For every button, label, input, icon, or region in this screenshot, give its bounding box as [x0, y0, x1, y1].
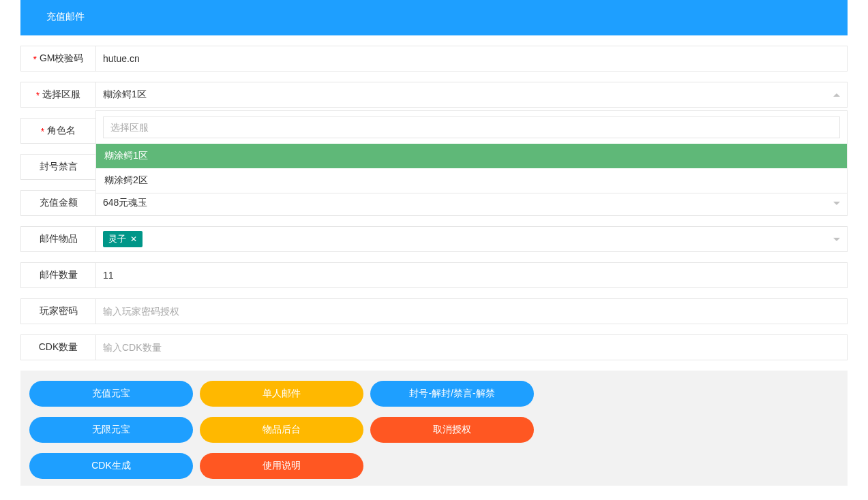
button-row-3: CDK生成 使用说明	[29, 453, 839, 479]
label-recharge: 充值金额	[20, 190, 95, 216]
row-gm-code: GM校验码	[20, 46, 848, 72]
input-wrap-cdk-qty[interactable]	[95, 334, 848, 360]
dropdown-option-2[interactable]: 糊涂鳄2区	[96, 168, 847, 193]
label-server: 选择区服	[20, 82, 95, 108]
input-player-pwd[interactable]	[103, 300, 840, 323]
btn-cdk-generate[interactable]: CDK生成	[29, 453, 193, 479]
caret-down-icon	[833, 202, 840, 205]
row-server: 选择区服 糊涂鳄1区 糊涂鳄1区 糊涂鳄2区	[20, 82, 848, 108]
btn-ban-unban[interactable]: 封号-解封/禁言-解禁	[370, 381, 534, 407]
btn-recharge-yuanbao[interactable]: 充值元宝	[29, 381, 193, 407]
header-bar: 充值邮件	[20, 0, 848, 35]
label-role: 角色名	[20, 118, 95, 144]
btn-cancel-auth[interactable]: 取消授权	[370, 417, 534, 443]
row-cdk-qty: CDK数量	[20, 334, 848, 360]
label-mail-qty: 邮件数量	[20, 262, 95, 288]
button-section: 充值元宝 单人邮件 封号-解封/禁言-解禁 无限元宝 物品后台 取消授权 CDK…	[20, 371, 848, 486]
label-player-pwd: 玩家密码	[20, 298, 95, 324]
row-mail-qty: 邮件数量	[20, 262, 848, 288]
close-icon[interactable]: ✕	[130, 235, 137, 243]
row-mail-item: 邮件物品 灵子 ✕	[20, 226, 848, 252]
select-recharge[interactable]: 648元魂玉	[95, 190, 848, 216]
tag-mail-item: 灵子 ✕	[103, 231, 143, 247]
row-player-pwd: 玩家密码	[20, 298, 848, 324]
input-wrap-player-pwd[interactable]	[95, 298, 848, 324]
select-server-value: 糊涂鳄1区	[103, 89, 828, 101]
caret-down-icon	[833, 238, 840, 241]
dropdown-search-wrap	[96, 111, 847, 144]
input-mail-qty[interactable]	[103, 264, 840, 287]
header-title: 充值邮件	[46, 11, 85, 22]
dropdown-option-1[interactable]: 糊涂鳄1区	[96, 144, 847, 168]
select-server[interactable]: 糊涂鳄1区	[95, 82, 848, 108]
select-mail-item[interactable]: 灵子 ✕	[95, 226, 848, 252]
input-cdk-qty[interactable]	[103, 336, 840, 359]
select-recharge-value: 648元魂玉	[103, 197, 828, 209]
label-gm-code: GM校验码	[20, 46, 95, 72]
input-gm-code[interactable]	[103, 47, 840, 70]
label-cdk-qty: CDK数量	[20, 334, 95, 360]
btn-usage-info[interactable]: 使用说明	[200, 453, 363, 479]
caret-up-icon	[833, 93, 840, 97]
tag-text: 灵子	[108, 233, 126, 245]
btn-unlimited-yuanbao[interactable]: 无限元宝	[29, 417, 193, 443]
input-wrap-gm-code[interactable]	[95, 46, 848, 72]
dropdown-server: 糊涂鳄1区 糊涂鳄2区	[95, 110, 848, 193]
row-recharge: 充值金额 648元魂玉	[20, 190, 848, 216]
form-container: 充值邮件 GM校验码 选择区服 糊涂鳄1区 糊涂鳄1区 糊涂鳄2区 角色名 封号…	[0, 0, 868, 500]
label-mail-item: 邮件物品	[20, 226, 95, 252]
button-row-2: 无限元宝 物品后台 取消授权	[29, 417, 839, 443]
dropdown-search-input[interactable]	[103, 116, 840, 138]
button-row-1: 充值元宝 单人邮件 封号-解封/禁言-解禁	[29, 381, 839, 407]
label-ban: 封号禁言	[20, 154, 95, 180]
input-wrap-mail-qty[interactable]	[95, 262, 848, 288]
btn-item-backend[interactable]: 物品后台	[200, 417, 363, 443]
btn-single-mail[interactable]: 单人邮件	[200, 381, 363, 407]
